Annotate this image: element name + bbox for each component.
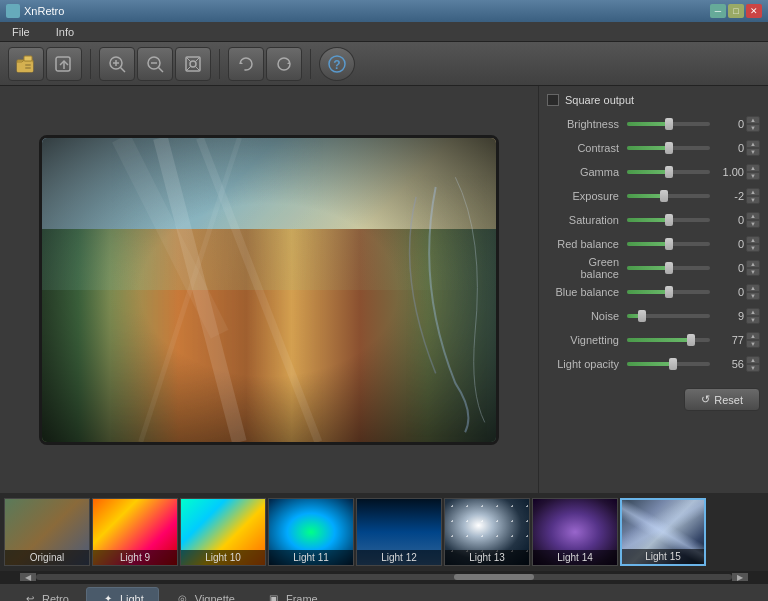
tab-retro[interactable]: ↩Retro (8, 587, 84, 602)
zoom-in-button[interactable] (99, 47, 135, 81)
spinner-down-red_balance[interactable]: ▼ (746, 244, 760, 252)
slider-track-brightness (627, 122, 710, 126)
tab-frame[interactable]: ▣Frame (252, 587, 333, 602)
slider-blue_balance[interactable] (627, 284, 710, 300)
slider-row-light_opacity: Light opacity56▲▼ (547, 354, 760, 374)
slider-thumb-brightness[interactable] (665, 118, 673, 130)
spinner-down-contrast[interactable]: ▼ (746, 148, 760, 156)
spinner-down-brightness[interactable]: ▼ (746, 124, 760, 132)
filmstrip-label-original: Original (5, 550, 89, 565)
spinner-up-red_balance[interactable]: ▲ (746, 236, 760, 244)
slider-value-noise: 9 (714, 310, 744, 322)
spinner-up-brightness[interactable]: ▲ (746, 116, 760, 124)
slider-value-exposure: -2 (714, 190, 744, 202)
filmstrip-item-light15[interactable]: Light 15 (620, 498, 706, 566)
minimize-button[interactable]: ─ (710, 4, 726, 18)
spinner-down-green_balance[interactable]: ▼ (746, 268, 760, 276)
slider-thumb-light_opacity[interactable] (669, 358, 677, 370)
scroll-left-button[interactable]: ◀ (20, 573, 36, 581)
spinner-up-saturation[interactable]: ▲ (746, 212, 760, 220)
svg-line-8 (121, 67, 126, 72)
spinner-up-gamma[interactable]: ▲ (746, 164, 760, 172)
slider-vignetting[interactable] (627, 332, 710, 348)
scroll-thumb[interactable] (454, 574, 534, 580)
image-area (0, 86, 538, 493)
slider-label-noise: Noise (547, 310, 627, 322)
menu-info[interactable]: Info (48, 24, 82, 40)
slider-red_balance[interactable] (627, 236, 710, 252)
export-button[interactable] (46, 47, 82, 81)
spinner-up-noise[interactable]: ▲ (746, 308, 760, 316)
filmstrip-item-light12[interactable]: Light 12 (356, 498, 442, 566)
slider-thumb-saturation[interactable] (665, 214, 673, 226)
slider-thumb-contrast[interactable] (665, 142, 673, 154)
filmstrip-item-light13[interactable]: Light 13 (444, 498, 530, 566)
open-button[interactable] (8, 47, 44, 81)
slider-label-exposure: Exposure (547, 190, 627, 202)
spinner-down-exposure[interactable]: ▼ (746, 196, 760, 204)
titlebar-left: XnRetro (6, 4, 64, 18)
filmstrip-label-light9: Light 9 (93, 550, 177, 565)
slider-track-noise (627, 314, 710, 318)
reset-icon: ↺ (701, 393, 710, 406)
slider-row-contrast: Contrast0▲▼ (547, 138, 760, 158)
fit-button[interactable] (175, 47, 211, 81)
spinner-light_opacity: ▲▼ (746, 356, 760, 372)
spinner-up-blue_balance[interactable]: ▲ (746, 284, 760, 292)
slider-gamma[interactable] (627, 164, 710, 180)
spinner-up-exposure[interactable]: ▲ (746, 188, 760, 196)
filmstrip-item-original[interactable]: Original (4, 498, 90, 566)
toolbar-sep-3 (310, 49, 311, 79)
slider-noise[interactable] (627, 308, 710, 324)
slider-thumb-gamma[interactable] (665, 166, 673, 178)
spinner-down-gamma[interactable]: ▼ (746, 172, 760, 180)
rotate-left-button[interactable] (228, 47, 264, 81)
spinner-down-saturation[interactable]: ▼ (746, 220, 760, 228)
rotate-right-button[interactable] (266, 47, 302, 81)
spinner-down-vignetting[interactable]: ▼ (746, 340, 760, 348)
slider-fill-saturation (627, 218, 669, 222)
tab-vignette[interactable]: ◎Vignette (161, 587, 250, 602)
filmstrip-item-light10[interactable]: Light 10 (180, 498, 266, 566)
slider-contrast[interactable] (627, 140, 710, 156)
spinner-up-vignetting[interactable]: ▲ (746, 332, 760, 340)
slider-thumb-exposure[interactable] (660, 190, 668, 202)
slider-thumb-red_balance[interactable] (665, 238, 673, 250)
zoom-out-button[interactable] (137, 47, 173, 81)
filmstrip-item-light14[interactable]: Light 14 (532, 498, 618, 566)
slider-light_opacity[interactable] (627, 356, 710, 372)
spinner-up-green_balance[interactable]: ▲ (746, 260, 760, 268)
close-button[interactable]: ✕ (746, 4, 762, 18)
slider-green_balance[interactable] (627, 260, 710, 276)
spinner-up-light_opacity[interactable]: ▲ (746, 356, 760, 364)
spinner-saturation: ▲▼ (746, 212, 760, 228)
filmstrip-item-light9[interactable]: Light 9 (92, 498, 178, 566)
help-button[interactable]: ? (319, 47, 355, 81)
maximize-button[interactable]: □ (728, 4, 744, 18)
slider-thumb-noise[interactable] (638, 310, 646, 322)
spinner-down-blue_balance[interactable]: ▼ (746, 292, 760, 300)
spinner-down-light_opacity[interactable]: ▼ (746, 364, 760, 372)
slider-track-vignetting (627, 338, 710, 342)
spinner-up-contrast[interactable]: ▲ (746, 140, 760, 148)
slider-row-saturation: Saturation0▲▼ (547, 210, 760, 230)
spinner-down-noise[interactable]: ▼ (746, 316, 760, 324)
slider-saturation[interactable] (627, 212, 710, 228)
reset-button[interactable]: ↺ Reset (684, 388, 760, 411)
scroll-right-button[interactable]: ▶ (732, 573, 748, 581)
slider-brightness[interactable] (627, 116, 710, 132)
tab-bar: ↩Retro✦Light◎Vignette▣Frame (0, 583, 768, 601)
slider-thumb-blue_balance[interactable] (665, 286, 673, 298)
slider-label-light_opacity: Light opacity (547, 358, 627, 370)
slider-thumb-green_balance[interactable] (665, 262, 673, 274)
scroll-track[interactable] (36, 574, 732, 580)
menu-file[interactable]: File (4, 24, 38, 40)
slider-label-saturation: Saturation (547, 214, 627, 226)
square-output-checkbox[interactable] (547, 94, 559, 106)
svg-rect-2 (24, 56, 32, 61)
spinner-brightness: ▲▼ (746, 116, 760, 132)
slider-exposure[interactable] (627, 188, 710, 204)
tab-light[interactable]: ✦Light (86, 587, 159, 602)
slider-thumb-vignetting[interactable] (687, 334, 695, 346)
filmstrip-item-light11[interactable]: Light 11 (268, 498, 354, 566)
